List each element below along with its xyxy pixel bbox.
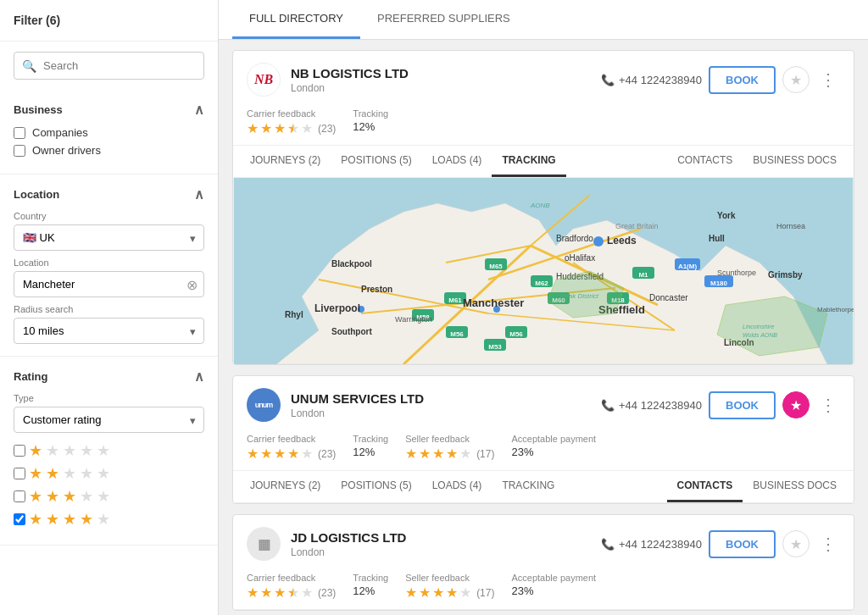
star-row-1[interactable]: ★ ★ ★ ★ ★ — [14, 441, 204, 460]
acceptable-payment-unum: Acceptable payment 23% — [511, 434, 596, 462]
owner-drivers-checkbox[interactable] — [14, 145, 25, 157]
seller-stars-unum: ★ ★ ★ ★ ★ (17) — [405, 446, 494, 462]
star-row-2[interactable]: ★ ★ ★ ★ ★ — [14, 464, 204, 483]
companies-checkbox-item[interactable]: Companies — [14, 126, 204, 139]
star-empty: ★ — [63, 464, 76, 483]
company-info-unum: UNUM SERVICES LTD London — [291, 391, 591, 419]
location-section-header[interactable]: Location ∧ — [14, 186, 204, 202]
ss4: ★ — [446, 446, 458, 462]
main-content: FULL DIRECTORY PREFERRED SUPPLIERS NB NB… — [219, 0, 868, 615]
star-icon-nb: ★ — [790, 72, 802, 88]
clear-location-icon[interactable]: ⊗ — [186, 276, 198, 292]
nav-contacts-nb[interactable]: CONTACTS — [667, 146, 743, 177]
star-empty: ★ — [80, 464, 93, 483]
nav-loads-unum[interactable]: LOADS (4) — [422, 471, 492, 502]
book-button-unum[interactable]: BOOK — [709, 391, 776, 419]
svg-text:Hull: Hull — [709, 234, 725, 243]
nav-positions-nb[interactable]: POSITIONS (5) — [331, 146, 421, 177]
star-2-checkbox[interactable] — [14, 468, 25, 479]
star-4-checkbox[interactable] — [14, 513, 25, 525]
carrier-feedback-nb: Carrier feedback ★ ★ ★ ★★ ★ (23) — [247, 108, 336, 136]
tab-preferred-suppliers[interactable]: PREFERRED SUPPLIERS — [360, 0, 527, 39]
acceptable-payment-label-unum: Acceptable payment — [511, 434, 596, 444]
svg-text:Doncaster: Doncaster — [649, 293, 688, 302]
star-empty: ★ — [97, 487, 110, 506]
star-1-checkbox[interactable] — [14, 445, 25, 457]
seller-stars-jd: ★ ★ ★ ★ ★ (17) — [405, 585, 494, 601]
book-button-jd[interactable]: BOOK — [709, 530, 776, 558]
logo-nb: NB — [247, 63, 281, 97]
favorite-button-nb[interactable]: ★ — [782, 66, 810, 93]
card-stats-nb: Carrier feedback ★ ★ ★ ★★ ★ (23) Trackin… — [233, 108, 854, 146]
more-button-nb[interactable]: ⋮ — [816, 69, 840, 90]
more-button-unum[interactable]: ⋮ — [816, 395, 840, 415]
svg-text:Great Britain: Great Britain — [615, 222, 659, 230]
svg-text:M180: M180 — [710, 280, 728, 287]
nav-journeys-unum[interactable]: JOURNEYS (2) — [240, 471, 331, 502]
svg-text:AONB: AONB — [530, 202, 550, 209]
business-chevron-icon: ∧ — [194, 102, 204, 118]
location-label: Location — [14, 188, 59, 201]
favorite-button-unum[interactable]: ★ — [782, 391, 810, 418]
star-icon-unum: ★ — [790, 397, 802, 413]
svg-text:M53: M53 — [488, 343, 502, 351]
tracking-label-unum: Tracking — [353, 434, 388, 444]
nav-positions-unum[interactable]: POSITIONS (5) — [331, 471, 421, 502]
company-city-jd: London — [291, 546, 591, 558]
nav-loads-nb[interactable]: LOADS (4) — [422, 146, 492, 177]
company-name-jd: JD LOGISTICS LTD — [291, 530, 591, 545]
nav-business-docs-unum[interactable]: BUSINESS DOCS — [743, 471, 847, 502]
star-row-4[interactable]: ★ ★ ★ ★ ★ — [14, 510, 204, 529]
business-section-header[interactable]: Business ∧ — [14, 102, 204, 118]
search-input[interactable] — [14, 52, 204, 80]
rating-type-select[interactable]: Customer rating Carrier rating — [14, 407, 204, 433]
location-input-wrap: ⊗ — [14, 271, 204, 297]
company-name-unum: UNUM SERVICES LTD — [291, 391, 591, 406]
location-input[interactable] — [14, 271, 204, 297]
radius-select[interactable]: 10 miles 25 miles 50 miles — [14, 318, 204, 344]
unum-logo-text: unum — [255, 401, 273, 409]
country-select[interactable]: 🇬🇧 UK — [14, 224, 204, 251]
s2: ★ — [260, 446, 272, 462]
nav-tracking-nb[interactable]: TRACKING — [492, 146, 565, 177]
nav-business-docs-nb[interactable]: BUSINESS DOCS — [743, 146, 847, 177]
tab-full-directory[interactable]: FULL DIRECTORY — [232, 0, 360, 39]
star3: ★ — [274, 120, 286, 136]
carrier-feedback-label-jd: Carrier feedback — [247, 573, 336, 583]
star-filled: ★ — [29, 441, 42, 460]
jd-logo-icon: ▦ — [258, 536, 270, 552]
s3: ★ — [274, 446, 286, 462]
favorite-button-jd[interactable]: ★ — [782, 530, 810, 557]
company-city-unum: London — [291, 407, 591, 419]
rating-section-header[interactable]: Rating ∧ — [14, 368, 204, 385]
js3: ★ — [274, 585, 286, 601]
nav-journeys-nb[interactable]: JOURNEYS (2) — [240, 146, 331, 177]
svg-text:Rhyl: Rhyl — [285, 310, 303, 319]
star-filled: ★ — [46, 464, 59, 483]
star4: ★★ — [287, 120, 299, 136]
star-row-3[interactable]: ★ ★ ★ ★ ★ — [14, 487, 204, 506]
jss3: ★ — [432, 585, 444, 601]
book-button-nb[interactable]: BOOK — [709, 66, 776, 94]
acceptable-payment-value-jd: 23% — [511, 585, 596, 597]
card-nb-logistics: NB NB LOGISTICS LTD London 📞 +44 1224238… — [232, 50, 854, 365]
owner-drivers-checkbox-item[interactable]: Owner drivers — [14, 144, 204, 157]
card-nav-unum: JOURNEYS (2) POSITIONS (5) LOADS (4) TRA… — [233, 471, 854, 503]
phone-jd: 📞 +44 1224238940 — [601, 538, 702, 551]
star-filled: ★ — [63, 510, 76, 529]
nav-tracking-unum[interactable]: TRACKING — [492, 471, 565, 502]
svg-text:Preston: Preston — [361, 285, 392, 294]
jss1: ★ — [405, 585, 417, 601]
more-button-jd[interactable]: ⋮ — [816, 534, 840, 554]
carrier-count-unum: (23) — [318, 448, 336, 460]
star-3-checkbox[interactable] — [14, 490, 25, 502]
nav-contacts-unum[interactable]: CONTACTS — [667, 471, 743, 502]
companies-checkbox[interactable] — [14, 127, 25, 139]
acceptable-payment-jd: Acceptable payment 23% — [511, 573, 596, 601]
card-stats-unum: Carrier feedback ★ ★ ★ ★ ★ (23) Tracking… — [233, 434, 854, 471]
star1: ★ — [247, 120, 259, 136]
js4: ★★ — [287, 585, 299, 601]
s5: ★ — [301, 446, 313, 462]
card-header-unum: unum UNUM SERVICES LTD London 📞 +44 1224… — [233, 376, 854, 434]
star-filled: ★ — [29, 464, 42, 483]
